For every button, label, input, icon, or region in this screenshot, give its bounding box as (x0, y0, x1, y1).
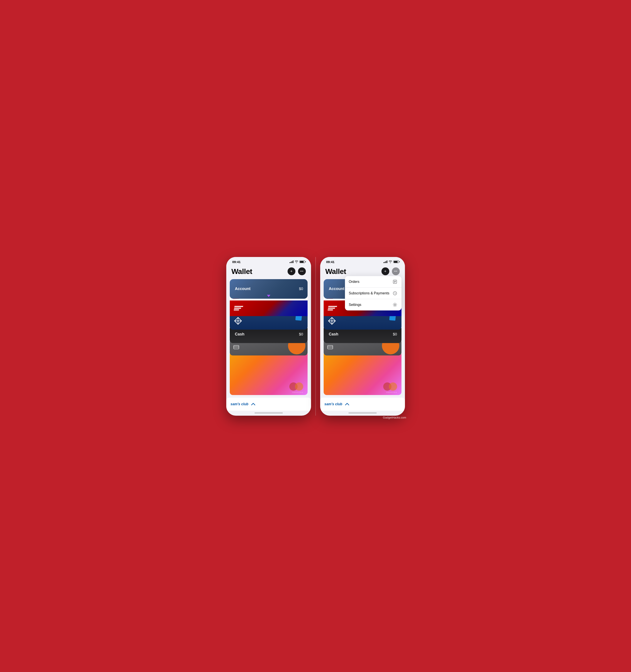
add-button-left[interactable]: + (288, 267, 295, 275)
svg-point-6 (394, 304, 395, 306)
dropdown-subscriptions-label: Subscriptions & Payments (349, 291, 389, 295)
apple-cash-amount-right: $0 (393, 332, 397, 337)
header-buttons-right: + ••• (382, 267, 400, 275)
plus-icon-left: + (290, 269, 293, 274)
chase-logo-right (328, 317, 336, 325)
mc-text-left: mastercard (292, 391, 303, 393)
phone-left: 09:41 (226, 257, 311, 416)
card-icon-white-left (233, 344, 239, 350)
phone-right: 09:41 (320, 257, 405, 416)
dropdown-subscriptions[interactable]: Subscriptions & Payments (345, 288, 402, 299)
apple-account-card-left[interactable]: Account $0 (230, 279, 308, 299)
wallet-title-right: Wallet (325, 267, 346, 276)
watermark: GadgetHacks.com (383, 416, 406, 419)
ellipsis-icon-left: ••• (300, 270, 304, 273)
boa-logo-right (327, 306, 337, 310)
chase-logo-left (234, 317, 242, 325)
mastercard-logo-right (383, 382, 397, 391)
wifi-icon-left (295, 261, 298, 263)
card-icon-white-right (327, 344, 333, 350)
ellipsis-icon-right: ••• (394, 270, 397, 273)
header-buttons-left: + ••• (288, 267, 306, 275)
boa-card-main-left (230, 301, 308, 316)
dropdown-settings-label: Settings (349, 303, 362, 307)
orders-icon (392, 279, 397, 284)
apple-cash-label-right: Cash (328, 332, 338, 337)
add-button-right[interactable]: + (382, 267, 389, 275)
apple-account-label-left: Account (234, 287, 251, 291)
sams-club-left[interactable]: sam's club (226, 398, 311, 411)
dropdown-orders[interactable]: Orders (345, 276, 402, 288)
battery-icon-left (299, 261, 305, 263)
plus-icon-right: + (384, 269, 386, 274)
svg-rect-10 (327, 346, 333, 347)
apple-card-gradient-right[interactable]: mastercard (324, 352, 402, 395)
status-icons-left (290, 261, 305, 263)
wallet-header-left: Wallet + ••• (226, 265, 311, 279)
settings-icon (392, 302, 397, 307)
battery-icon-right (393, 261, 399, 263)
subscriptions-icon (392, 291, 397, 296)
status-bar-right: 09:41 (320, 257, 405, 265)
signal-icon-right (383, 261, 387, 263)
boa-logo-left (234, 306, 243, 310)
apple-cash-label-left: Cash (234, 332, 245, 337)
status-time-left: 09:41 (233, 260, 241, 264)
dropdown-menu: Orders Subscriptions & Payments (345, 276, 402, 310)
apple-cash-amount-left: $0 (299, 332, 303, 337)
more-button-left[interactable]: ••• (298, 267, 306, 275)
wifi-icon-right (389, 261, 392, 263)
sams-club-right[interactable]: sam's club (320, 398, 405, 411)
status-bar-left: 09:41 (226, 257, 311, 265)
mastercard-logo-left (289, 382, 303, 391)
apple-card-gradient-left[interactable]: mastercard (230, 352, 308, 395)
sams-text-left: sam's club (230, 402, 248, 406)
sams-text-right: sam's club (324, 402, 342, 406)
phones-wrapper: 09:41 (226, 257, 405, 416)
mc-text-right: mastercard (386, 391, 397, 393)
home-indicator-left (254, 412, 283, 413)
status-time-right: 09:41 (326, 260, 335, 264)
more-button-right[interactable]: ••• (392, 267, 400, 275)
apple-account-amount-left: $0 (299, 287, 303, 291)
dropdown-settings[interactable]: Settings (345, 299, 402, 310)
dropdown-orders-label: Orders (349, 280, 360, 284)
app-container: 09:41 (220, 250, 411, 422)
wallet-title-left: Wallet (232, 267, 252, 276)
status-icons-right (383, 261, 399, 263)
home-indicator-right (348, 412, 377, 413)
svg-rect-3 (234, 346, 239, 347)
signal-icon-left (290, 261, 293, 263)
vertical-divider (315, 257, 316, 416)
apple-account-label-right: Account (328, 287, 344, 291)
purple-triangle-left (267, 295, 270, 297)
cards-left: Account $0 (226, 279, 311, 398)
sams-chevron-right (345, 402, 349, 406)
sams-chevron-left (251, 402, 256, 406)
